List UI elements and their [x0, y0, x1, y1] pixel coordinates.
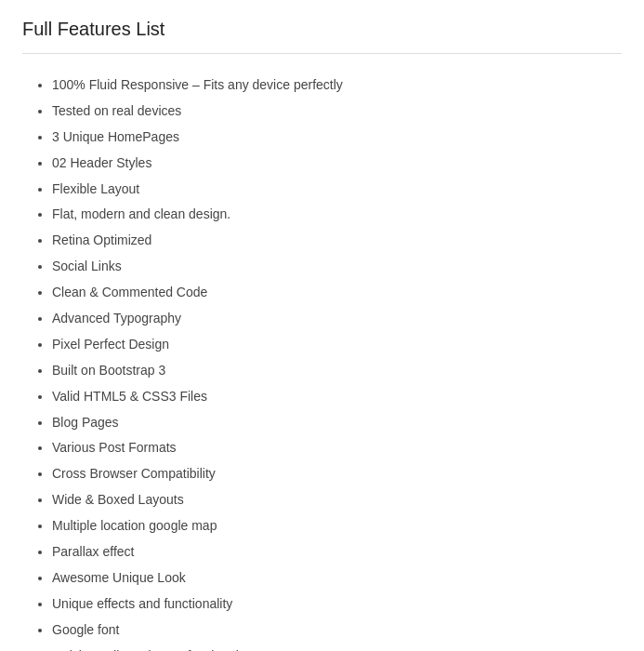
- list-item: Flexible Layout: [52, 177, 622, 203]
- list-item: Social Links: [52, 254, 622, 280]
- list-item: 100% Fluid Responsive – Fits any device …: [52, 73, 622, 99]
- list-item: Quick, Dedicated & Professional Support: [52, 644, 622, 651]
- list-item: Blog Pages: [52, 410, 622, 436]
- page-container: Full Features List 100% Fluid Responsive…: [0, 0, 644, 651]
- list-item: Google font: [52, 618, 622, 644]
- title-divider: [22, 53, 622, 54]
- list-item: Built on Bootstrap 3: [52, 358, 622, 384]
- list-item: Pixel Perfect Design: [52, 332, 622, 358]
- list-item: Multiple location google map: [52, 513, 622, 539]
- list-item: Flat, modern and clean design.: [52, 202, 622, 228]
- list-item: Tested on real devices: [52, 99, 622, 125]
- list-item: 02 Header Styles: [52, 151, 622, 177]
- list-item: Parallax effect: [52, 539, 622, 565]
- features-list: 100% Fluid Responsive – Fits any device …: [22, 73, 622, 651]
- list-item: Clean & Commented Code: [52, 280, 622, 306]
- page-title: Full Features List: [22, 19, 622, 40]
- list-item: Valid HTML5 & CSS3 Files: [52, 384, 622, 410]
- list-item: Advanced Typography: [52, 306, 622, 332]
- list-item: Awesome Unique Look: [52, 565, 622, 591]
- list-item: Cross Browser Compatibility: [52, 461, 622, 487]
- list-item: Retina Optimized: [52, 228, 622, 254]
- list-item: Wide & Boxed Layouts: [52, 487, 622, 513]
- list-item: 3 Unique HomePages: [52, 125, 622, 151]
- list-item: Unique effects and functionality: [52, 591, 622, 618]
- list-item: Various Post Formats: [52, 435, 622, 461]
